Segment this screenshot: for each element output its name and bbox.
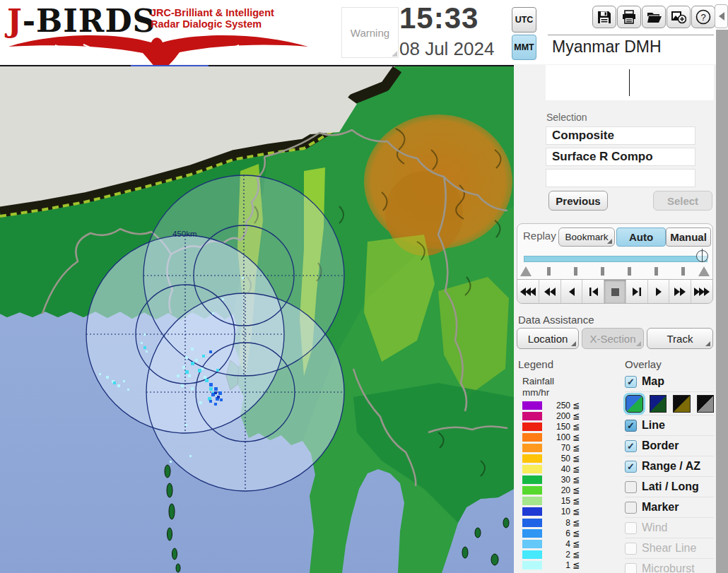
clock-time: 15:33 [399, 1, 479, 35]
map-style-swatch-2[interactable] [650, 395, 667, 413]
fast-rewind-2-button[interactable] [539, 280, 561, 303]
previous-button[interactable]: Previous [548, 191, 608, 211]
reverse-play-button[interactable] [561, 280, 583, 303]
overlay-item-label: Microburst [642, 562, 695, 573]
legend-color-swatch [522, 465, 542, 473]
legend-color-swatch [522, 529, 542, 538]
legend-value: 50 [542, 454, 570, 463]
legend-value: 15 [542, 496, 570, 506]
composite-dropdown-value[interactable]: Composite [546, 126, 695, 145]
map-style-swatch-4[interactable] [697, 395, 715, 413]
legend-row: 150 ≦ [522, 421, 580, 432]
legend-value: 2 [542, 550, 570, 560]
legend-color-swatch [522, 519, 542, 527]
legend-row: 200 ≦ [522, 410, 580, 421]
bookmark-button[interactable]: Bookmark [558, 228, 615, 247]
overlay-item-label: Shear Line [642, 542, 696, 555]
save-button[interactable] [592, 6, 616, 28]
help-button[interactable]: ? [691, 6, 715, 28]
map-style-swatch-1[interactable] [626, 395, 643, 413]
mmt-button[interactable]: MMT [512, 35, 536, 60]
auto-button[interactable]: Auto [616, 228, 666, 247]
terrain-map-image: 450km [0, 65, 514, 573]
playback-controls [517, 279, 713, 304]
step-forward-icon [630, 288, 643, 296]
x-section-button[interactable]: X-Section [582, 328, 644, 349]
overlay-item-label: Lati / Long [642, 480, 699, 493]
legend-value: 30 [542, 475, 570, 485]
legend-row: 1 ≦ [522, 560, 580, 570]
overlay-row-wind: Wind [625, 517, 714, 538]
overlay-row-line: ✓ Line [625, 415, 714, 435]
step-backward-button[interactable] [582, 280, 604, 303]
checkbox [625, 543, 637, 555]
track-button[interactable]: Track [647, 328, 713, 349]
play-button[interactable] [648, 280, 670, 303]
checkbox[interactable] [625, 481, 637, 493]
checkbox [625, 563, 637, 573]
legend-suffix: ≦ [573, 411, 580, 421]
legend-row: 30 ≦ [522, 475, 580, 485]
legend-color-swatch [522, 550, 542, 559]
manual-button[interactable]: Manual [666, 228, 711, 247]
replay-slider-track[interactable] [524, 256, 708, 262]
overlay-item-label: Border [642, 439, 679, 452]
overlay-row-marker: Marker [625, 497, 714, 517]
resize-grip-icon[interactable] [392, 51, 397, 57]
legend-row: 70 ≦ [522, 442, 580, 453]
product-dropdown-value[interactable]: Surface R Compo [546, 148, 695, 166]
utc-button[interactable]: UTC [512, 7, 536, 33]
panel-collapse-strip[interactable] [716, 30, 728, 573]
fast-rewind-3-button[interactable] [517, 280, 539, 303]
location-button[interactable]: Location [517, 328, 579, 349]
header: J-BIRDS JRC-Brilliant & Intelligent Rada… [0, 0, 728, 64]
map-style-swatches [625, 391, 714, 415]
add-image-button[interactable] [667, 6, 691, 28]
step-backward-icon [587, 288, 600, 296]
radar-map[interactable]: 450km [0, 65, 514, 573]
panel-collapse-tab[interactable] [715, 4, 728, 28]
warning-panel[interactable]: Warning [341, 7, 399, 58]
legend-suffix: ≦ [573, 539, 580, 549]
fast-forward-3-button[interactable] [691, 280, 712, 303]
slider-start-marker[interactable] [520, 266, 532, 276]
fast-forward-2-button[interactable] [669, 280, 691, 303]
dropdown-row-2: Surface R Compo ▼ [546, 148, 728, 166]
legend-value: 100 [542, 432, 570, 442]
checkbox[interactable] [625, 502, 637, 514]
legend-suffix: ≦ [573, 464, 580, 474]
checkbox[interactable]: ✓ [625, 420, 637, 432]
empty-dropdown-value[interactable] [546, 169, 695, 187]
replay-label: Replay [523, 230, 556, 242]
step-forward-button[interactable] [626, 280, 648, 303]
legend-value: 250 [542, 401, 570, 410]
overlay-row-range-az: ✓ Range / AZ [625, 456, 714, 476]
checkbox[interactable]: ✓ [625, 440, 637, 452]
app-logo: J-BIRDS JRC-Brilliant & Intelligent Rada… [6, 1, 317, 64]
message-box[interactable] [546, 65, 714, 100]
overlay-row-microburst: Microburst [625, 558, 714, 573]
legend-color-swatch [522, 401, 542, 410]
svg-text:?: ? [700, 12, 705, 23]
map-style-swatch-3[interactable] [673, 395, 691, 413]
select-button[interactable]: Select [653, 191, 712, 211]
legend-title: Rainfall mm/hr [522, 376, 554, 398]
fast-forward-3-icon [694, 288, 710, 296]
slider-end-marker[interactable] [698, 266, 710, 276]
overlay-item-label: Line [642, 419, 665, 432]
overlay-item-label: Wind [642, 521, 667, 534]
replay-slider-thumb[interactable] [696, 250, 708, 262]
text-caret [629, 69, 630, 96]
legend-value: 1 [542, 560, 570, 570]
stop-button[interactable] [604, 280, 626, 303]
print-button[interactable] [617, 6, 641, 28]
legend-color-swatch [522, 454, 542, 463]
checkbox[interactable]: ✓ [625, 376, 637, 388]
legend-scale: 250 ≦ 200 ≦ 150 ≦ 100 ≦ 70 ≦ 50 ≦ 40 ≦ 3… [522, 400, 580, 571]
fold-corner-icon [636, 341, 641, 346]
open-folder-button[interactable] [642, 6, 666, 28]
overlay-label: Overlay [625, 358, 662, 370]
range-label: 450km [172, 230, 197, 238]
checkbox[interactable]: ✓ [625, 461, 637, 473]
legend-value: 40 [542, 464, 570, 474]
